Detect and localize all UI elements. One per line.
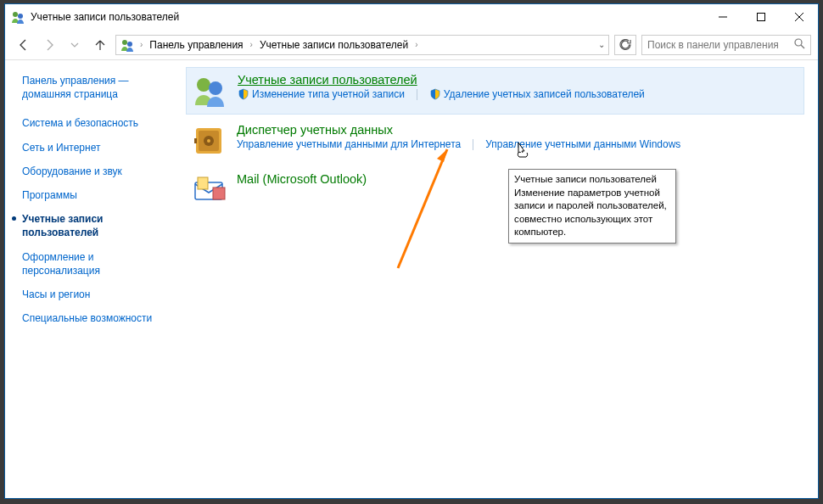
back-button[interactable] [14,35,34,55]
sub-link-label: Управление учетными данными для Интернет… [237,138,461,150]
svg-point-11 [209,81,222,95]
svg-rect-19 [213,188,225,199]
sub-link-label: Удаление учетных записей пользователей [444,88,645,100]
sidebar-item-active[interactable]: Учетные записи пользователей [22,212,179,239]
sidebar-item[interactable]: Программы [22,188,179,202]
sidebar-item[interactable]: Оформление и персонализация [22,250,179,277]
category-title[interactable]: Диспетчер учетных данных [237,123,799,137]
svg-point-0 [13,12,18,17]
breadcrumb[interactable]: › Панель управления › Учетные записи пол… [115,35,609,55]
svg-point-6 [122,40,127,45]
body-area: Панель управления — домашняя страница Си… [5,60,818,498]
window-title: Учетные записи пользователей [31,11,703,23]
search-box[interactable] [641,35,811,55]
breadcrumb-section[interactable]: Учетные записи пользователей [256,39,412,51]
svg-point-1 [18,14,23,19]
svg-rect-16 [194,138,197,143]
category-user-accounts[interactable]: Учетные записи пользователей Изменение т… [186,67,804,115]
recent-dropdown[interactable] [64,35,85,55]
sub-link-label: Изменение типа учетной записи [252,88,405,100]
svg-point-8 [795,39,802,46]
svg-point-15 [207,139,210,143]
minimize-button[interactable] [703,4,742,30]
shield-icon [429,88,441,100]
sidebar: Панель управления — домашняя страница Си… [5,60,179,498]
content-pane: Учетные записи пользователей Изменение т… [179,60,818,498]
svg-point-7 [127,42,132,47]
forward-button[interactable] [39,35,59,55]
window-controls [703,4,818,30]
navigation-row: › Панель управления › Учетные записи пол… [5,30,818,60]
titlebar: Учетные записи пользователей [5,4,818,30]
tooltip-title: Учетные записи пользователей [514,173,670,187]
sidebar-item[interactable]: Специальные возможности [22,311,179,325]
close-button[interactable] [780,4,818,30]
refresh-button[interactable] [614,35,636,55]
tooltip: Учетные записи пользователей Изменение п… [508,169,676,244]
chevron-right-icon: › [249,40,255,49]
sub-link-web-credentials[interactable]: Управление учетными данными для Интернет… [237,138,461,150]
maximize-button[interactable] [742,4,780,30]
sidebar-item[interactable]: Оборудование и звук [22,165,179,178]
sidebar-home[interactable]: Панель управления — домашняя страница [22,74,179,101]
search-icon[interactable] [794,38,805,52]
safe-icon [191,123,227,159]
chevron-right-icon: › [138,40,144,49]
breadcrumb-root[interactable]: Панель управления [146,39,246,51]
up-button[interactable] [90,35,110,55]
chevron-down-icon[interactable]: ⌄ [598,40,605,49]
users-icon [120,37,135,53]
svg-rect-3 [757,14,764,21]
users-icon [10,9,25,25]
user-accounts-icon [192,73,227,109]
sidebar-item[interactable]: Сеть и Интернет [22,141,179,154]
category-title[interactable]: Учетные записи пользователей [238,73,798,87]
search-input[interactable] [647,39,794,51]
svg-point-10 [197,78,210,92]
sub-link-remove-accounts[interactable]: Удаление учетных записей пользователей [429,88,645,100]
svg-line-9 [801,45,804,48]
control-panel-window: Учетные записи пользователей › Панель уп… [4,3,819,499]
chevron-right-icon: › [413,40,419,49]
tooltip-body: Изменение параметров учетной записи и па… [514,187,670,239]
svg-rect-18 [198,177,208,189]
sidebar-item[interactable]: Часы и регион [22,288,179,301]
mail-icon [191,172,227,208]
category-credential-manager[interactable]: Диспетчер учетных данных Управление учет… [186,118,804,164]
shield-icon [238,88,249,100]
category-mail[interactable]: Mail (Microsoft Outlook) [186,167,804,213]
sub-link-change-account-type[interactable]: Изменение типа учетной записи [238,88,405,100]
cursor-icon [513,141,530,161]
sidebar-item[interactable]: Система и безопасность [22,116,179,130]
